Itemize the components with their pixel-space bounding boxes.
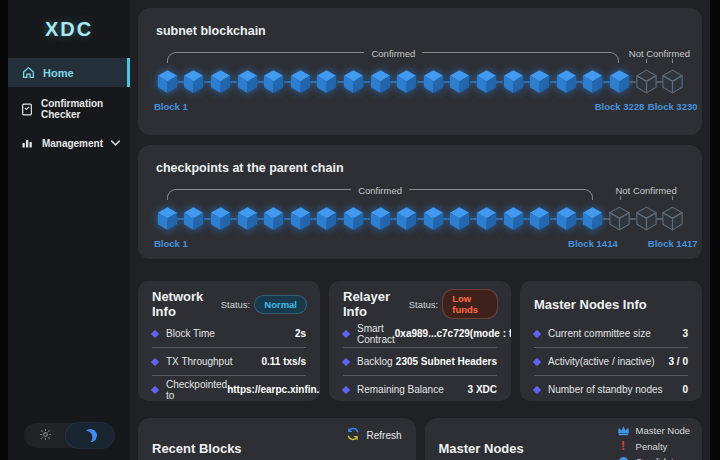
card-title: Network Info: [152, 289, 221, 319]
not-confirmed-bracket: Not Confirmed: [620, 189, 673, 200]
row-label: Current committee size: [548, 328, 651, 339]
block-cube-confirmed: [207, 206, 234, 232]
legend-item: !Penalty: [617, 440, 690, 452]
block-cube-unconfirmed: [659, 69, 686, 95]
sidebar-item-label: Home: [43, 67, 74, 79]
row-value: 0.11 txs/s: [262, 356, 306, 367]
checkpoints-chain: ConfirmedNot ConfirmedBlock 1Block 1414B…: [154, 187, 686, 252]
not-confirmed-bracket-label: Not Confirmed: [608, 185, 683, 196]
card-title: Master Nodes Info: [534, 297, 647, 312]
block-cube-confirmed: [260, 206, 287, 232]
exclamation-icon: !: [617, 440, 630, 452]
sun-icon: [39, 427, 52, 445]
main-content: subnet blockchain ConfirmedNot Confirmed…: [130, 0, 710, 460]
diamond-bullet: [533, 329, 541, 337]
info-row: Number of standby nodes0: [534, 376, 688, 401]
not-confirmed-bracket: Not Confirmed: [646, 52, 673, 63]
block-cube-confirmed: [393, 69, 420, 95]
diamond-bullet: [151, 329, 159, 337]
checkpoints-panel: checkpoints at the parent chain Confirme…: [138, 145, 702, 259]
sidebar-item-management[interactable]: Management: [8, 130, 130, 156]
block-cube-confirmed: [234, 206, 261, 232]
legend-label: Candidate: [636, 456, 679, 460]
moon-icon: [82, 428, 98, 444]
block-cube-confirmed: [447, 206, 474, 232]
row-value: 3 / 0: [669, 356, 688, 367]
row-value: https://earpc.xinfin.network/: [227, 384, 320, 395]
block-cube-confirmed: [580, 206, 607, 232]
confirmed-bracket: Confirmed: [167, 52, 619, 63]
theme-toggle[interactable]: [24, 423, 114, 448]
row-label: Remaining Balance: [357, 384, 444, 395]
block-label: Block 3230: [648, 101, 698, 112]
legend-item: Master Node: [617, 425, 690, 436]
row-label: Checkpointed to: [166, 379, 227, 401]
refresh-button[interactable]: Refresh: [346, 427, 401, 443]
card-rows: Smart Contract0xa989...c7c729(mode : ful…: [343, 320, 497, 401]
block-cube-confirmed: [500, 206, 527, 232]
block-cube-confirmed: [420, 206, 447, 232]
info-row: Backlog2305 Subnet Headers: [343, 348, 497, 376]
block-cube-confirmed: [473, 206, 500, 232]
row-value: 2305 Subnet Headers: [396, 356, 497, 367]
info-row: Checkpointed tohttps://earpc.xinfin.netw…: [152, 376, 306, 401]
recent-blocks-panel: Refresh Recent Blocks: [138, 418, 416, 460]
document-check-icon: [21, 103, 33, 116]
block-cube-confirmed: [606, 69, 633, 95]
block-cube-confirmed: [367, 69, 394, 95]
block-cube-unconfirmed: [606, 206, 633, 232]
row-value: 0: [682, 384, 688, 395]
row-value: 3 XDC: [468, 384, 497, 395]
block-label: Block 3228: [595, 101, 645, 112]
master-nodes-legend: Master Node!PenaltyCandidate: [617, 425, 690, 460]
dark-mode-option[interactable]: [66, 423, 114, 448]
not-confirmed-bracket-label: Not Confirmed: [622, 48, 697, 59]
block-cube-confirmed: [553, 69, 580, 95]
card-rows: Block Time2sTX Throughput0.11 txs/sCheck…: [152, 320, 306, 401]
info-row: TX Throughput0.11 txs/s: [152, 348, 306, 376]
block-label: Block 1: [154, 101, 188, 112]
sidebar-item-home[interactable]: Home: [8, 58, 130, 87]
diamond-bullet: [533, 385, 541, 393]
block-cube-unconfirmed: [659, 206, 686, 232]
status-label: Status:: [221, 299, 251, 310]
diamond-bullet: [342, 329, 350, 337]
crown-icon: [617, 425, 630, 436]
diamond-bullet: [342, 357, 350, 365]
master-nodes-panel: Master Node!PenaltyCandidate Master Node…: [425, 418, 703, 460]
block-cube-confirmed: [340, 206, 367, 232]
block-cube-confirmed: [580, 69, 607, 95]
info-row: Current committee size3: [534, 320, 688, 348]
card-rows: Current committee size3Activity(active /…: [534, 320, 688, 401]
block-cube-confirmed: [181, 206, 208, 232]
row-value: 3: [682, 328, 688, 339]
block-cube-confirmed: [447, 69, 474, 95]
diamond-bullet: [151, 385, 159, 393]
confirmed-bracket-label: Confirmed: [364, 48, 422, 59]
block-cube-confirmed: [367, 206, 394, 232]
block-label: Block 1414: [568, 238, 618, 249]
block-cube-confirmed: [526, 69, 553, 95]
panel-title: subnet blockchain: [138, 8, 702, 38]
confirmed-bracket-label: Confirmed: [351, 185, 409, 196]
row-label: TX Throughput: [166, 356, 233, 367]
sidebar-item-confirmation-checker[interactable]: Confirmation Checker: [8, 96, 130, 122]
block-label: Block 1417: [648, 238, 698, 249]
panel-title: Recent Blocks: [152, 441, 402, 456]
block-cube-confirmed: [314, 206, 341, 232]
block-cube-unconfirmed: [633, 69, 660, 95]
sidebar: XDC Home Confirmation Checker Management: [8, 0, 130, 460]
block-cube-unconfirmed: [633, 206, 660, 232]
block-cube-confirmed: [287, 69, 314, 95]
block-cube-confirmed: [553, 206, 580, 232]
bottom-row: Refresh Recent Blocks Master Node!Penalt…: [138, 418, 702, 460]
block-cube-confirmed: [287, 206, 314, 232]
light-mode-option[interactable]: [24, 427, 66, 445]
block-cube-confirmed: [500, 69, 527, 95]
status-badge: Normal: [255, 296, 306, 313]
block-cube-confirmed: [154, 69, 181, 95]
status-badge: Low funds: [443, 290, 497, 318]
block-cube-confirmed: [181, 69, 208, 95]
confirmed-bracket: Confirmed: [167, 189, 593, 200]
row-value: 2s: [295, 328, 306, 339]
